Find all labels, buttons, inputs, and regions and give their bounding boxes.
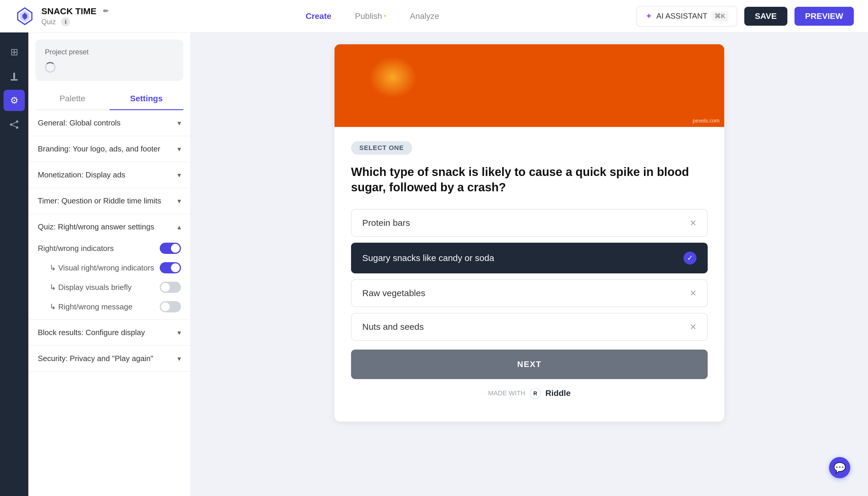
chevron-down-icon: ▾ — [177, 171, 181, 179]
nav-analyze[interactable]: Analyze — [410, 9, 439, 23]
edit-project-name-icon[interactable]: ✏ — [103, 7, 108, 15]
app-logo[interactable] — [14, 5, 35, 27]
quiz-body: SELECT ONE Which type of snack is likely… — [335, 127, 724, 422]
accordion-timer: Timer: Question or Riddle time limits ▾ — [28, 188, 190, 214]
accordion-quiz-header[interactable]: Quiz: Right/wrong answer settings ▴ — [28, 214, 190, 240]
chevron-down-icon: ▾ — [177, 355, 181, 363]
answer-option-a3[interactable]: Raw vegetables ✕ — [351, 279, 708, 307]
toggle-display-visuals-briefly[interactable] — [160, 282, 181, 293]
chat-bubble-button[interactable]: 💬 — [829, 457, 850, 478]
sidebar-item-share[interactable] — [3, 114, 25, 135]
next-button[interactable]: NEXT — [351, 350, 708, 379]
ai-icon: ✦ — [646, 11, 652, 21]
project-info: SNACK TIME ✏ Quiz ℹ — [41, 6, 108, 26]
accordion-branding-header[interactable]: Branding: Your logo, ads, and footer ▾ — [28, 136, 190, 162]
accordion-timer-header[interactable]: Timer: Question or Riddle time limits ▾ — [28, 188, 190, 214]
svg-point-6 — [10, 123, 12, 126]
chevron-up-icon: ▴ — [177, 223, 181, 231]
svg-rect-4 — [13, 73, 15, 79]
project-type: Quiz ℹ — [41, 17, 108, 26]
preview-area: pexels.com SELECT ONE Which type of snac… — [191, 32, 868, 496]
riddle-label: Riddle — [545, 389, 571, 398]
accordion-block-results: Block results: Configure display ▾ — [28, 320, 190, 346]
sidebar-item-brush[interactable] — [3, 65, 25, 87]
svg-line-9 — [12, 125, 16, 127]
nav-publish[interactable]: Publish* — [355, 9, 386, 23]
svg-line-8 — [12, 122, 16, 124]
toggle-right-wrong-message[interactable] — [160, 301, 181, 312]
accordion-block-results-header[interactable]: Block results: Configure display ▾ — [28, 320, 190, 345]
svg-text:R: R — [533, 391, 537, 397]
check-icon: ✓ — [683, 251, 696, 265]
toggle-row-right-wrong: Right/wrong indicators — [38, 243, 181, 254]
quiz-question: Which type of snack is likely to cause a… — [351, 164, 708, 195]
settings-panel: Project preset Palette Settings General:… — [28, 32, 191, 496]
chevron-down-icon: ▾ — [177, 329, 181, 337]
answer-option-a4[interactable]: Nuts and seeds ✕ — [351, 313, 708, 341]
answer-option-a2[interactable]: Sugary snacks like candy or soda ✓ — [351, 243, 708, 274]
made-with: MADE WITH R Riddle — [351, 379, 708, 407]
accordion-general-header[interactable]: General: Global controls ▾ — [28, 110, 190, 136]
tabs-row: Palette Settings — [35, 88, 183, 110]
toggle-row-message: ↳ Right/wrong message — [38, 301, 181, 312]
nav-right: ✦ AI ASSISTANT ⌘K SAVE PREVIEW — [637, 6, 854, 27]
answer-option-a1[interactable]: Protein bars ✕ — [351, 209, 708, 237]
project-name: SNACK TIME ✏ — [41, 6, 108, 16]
accordion-security: Security: Privacy and "Play again" ▾ — [28, 346, 190, 372]
preset-loading-spinner — [45, 62, 56, 73]
chevron-down-icon: ▾ — [177, 145, 181, 153]
topnav: SNACK TIME ✏ Quiz ℹ Create Publish* Anal… — [0, 0, 868, 32]
svg-rect-3 — [11, 79, 18, 81]
preset-area: Project preset — [35, 40, 183, 81]
sidebar-item-settings[interactable]: ⚙ — [3, 90, 25, 111]
accordion-security-header[interactable]: Security: Privacy and "Play again" ▾ — [28, 346, 190, 371]
toggle-visual-indicators[interactable] — [160, 262, 181, 274]
tab-palette[interactable]: Palette — [35, 88, 110, 110]
quiz-image: pexels.com — [335, 44, 724, 127]
remove-a1-icon[interactable]: ✕ — [690, 218, 696, 228]
riddle-logo-icon: R — [529, 387, 541, 399]
remove-a3-icon[interactable]: ✕ — [690, 289, 696, 298]
accordion-branding: Branding: Your logo, ads, and footer ▾ — [28, 136, 190, 162]
chevron-down-icon: ▾ — [177, 119, 181, 127]
svg-point-5 — [16, 121, 18, 123]
quiz-card: pexels.com SELECT ONE Which type of snac… — [335, 44, 724, 422]
nav-center: Create Publish* Analyze — [306, 9, 439, 23]
save-button[interactable]: SAVE — [744, 7, 787, 26]
fruit-background — [335, 44, 724, 127]
logo-area: SNACK TIME ✏ Quiz ℹ — [14, 5, 108, 27]
remove-a4-icon[interactable]: ✕ — [690, 322, 696, 332]
chevron-down-icon: ▾ — [177, 197, 181, 205]
main-layout: ⊞ ⚙ Project preset Palette Settings Gene… — [0, 32, 868, 496]
svg-point-7 — [16, 126, 18, 129]
toggle-row-display-briefly: ↳ Display visuals briefly — [38, 282, 181, 293]
accordion-quiz: Quiz: Right/wrong answer settings ▴ Righ… — [28, 214, 190, 320]
project-info-icon[interactable]: ℹ — [61, 17, 70, 26]
accordion-quiz-body: Right/wrong indicators ↳ Visual right/wr… — [28, 240, 190, 320]
tab-settings[interactable]: Settings — [110, 88, 184, 110]
nav-create[interactable]: Create — [306, 9, 331, 23]
preset-label: Project preset — [45, 48, 174, 56]
accordion-monetization-header[interactable]: Monetization: Display ads ▾ — [28, 162, 190, 188]
toggle-right-wrong-indicators[interactable] — [160, 243, 181, 254]
select-one-badge: SELECT ONE — [351, 141, 412, 155]
preview-button[interactable]: PREVIEW — [794, 7, 854, 26]
accordion-general: General: Global controls ▾ — [28, 110, 190, 136]
image-credit: pexels.com — [693, 118, 719, 124]
ai-shortcut-badge: ⌘K — [712, 11, 728, 21]
ai-assistant-button[interactable]: ✦ AI ASSISTANT ⌘K — [637, 6, 737, 27]
sidebar-icons: ⊞ ⚙ — [0, 32, 28, 496]
accordion-monetization: Monetization: Display ads ▾ — [28, 162, 190, 188]
toggle-row-visual: ↳ Visual right/wrong indicators — [38, 262, 181, 274]
sidebar-item-grid[interactable]: ⊞ — [3, 41, 25, 63]
